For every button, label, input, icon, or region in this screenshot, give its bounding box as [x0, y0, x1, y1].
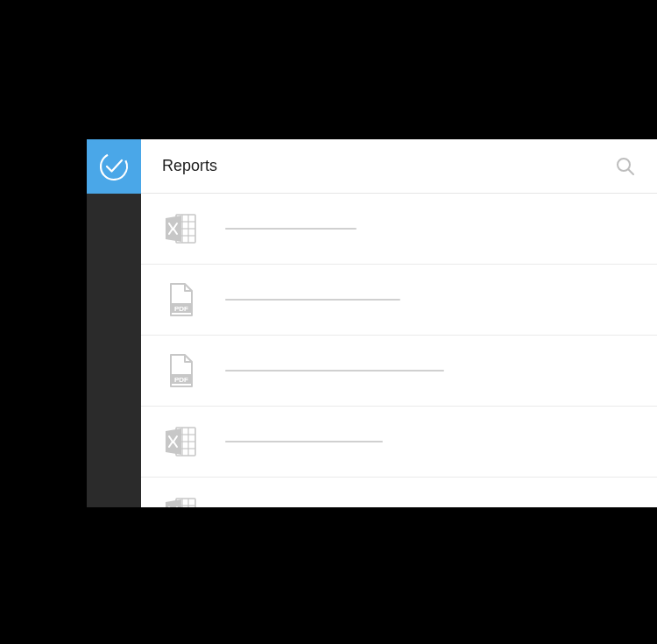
- page-title: Reports: [162, 157, 615, 175]
- main-content: Reports: [141, 139, 657, 507]
- pdf-file-icon: [162, 351, 201, 390]
- list-item[interactable]: [141, 194, 657, 265]
- app-window: Reports: [87, 139, 657, 507]
- list-item[interactable]: [141, 336, 657, 407]
- list-item[interactable]: [141, 478, 657, 507]
- svg-point-0: [98, 151, 130, 182]
- svg-line-2: [628, 169, 633, 174]
- search-button[interactable]: [615, 156, 636, 177]
- excel-file-icon: [162, 493, 201, 507]
- app-logo[interactable]: [87, 139, 141, 194]
- excel-file-icon: [162, 209, 201, 248]
- report-title-placeholder: [225, 228, 357, 230]
- search-icon: [615, 156, 636, 177]
- pdf-file-icon: [162, 280, 201, 319]
- reports-list: [141, 194, 657, 507]
- report-title-placeholder: [225, 299, 400, 301]
- sidebar: [87, 139, 141, 507]
- excel-file-icon: [162, 422, 201, 461]
- checkmark-circle-icon: [98, 151, 130, 182]
- report-title-placeholder: [225, 441, 383, 442]
- header: Reports: [141, 139, 657, 194]
- report-title-placeholder: [225, 370, 444, 372]
- list-item[interactable]: [141, 265, 657, 336]
- list-item[interactable]: [141, 407, 657, 478]
